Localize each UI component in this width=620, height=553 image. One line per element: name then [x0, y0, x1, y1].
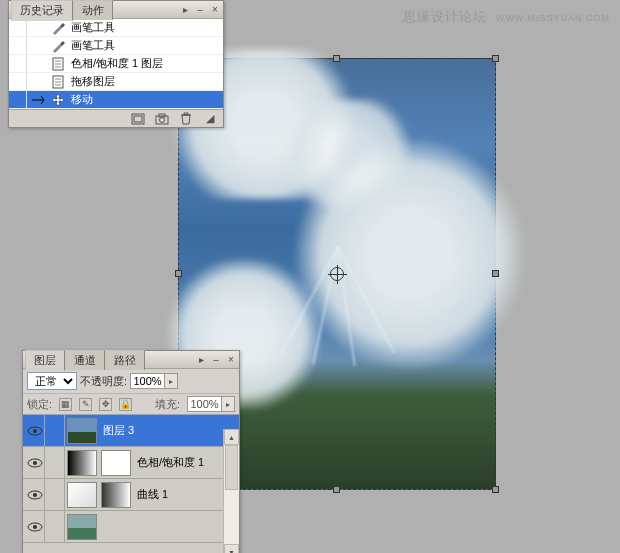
lock-pixels-icon[interactable]: ✎	[79, 398, 92, 411]
panel-close-icon[interactable]: ×	[225, 354, 237, 366]
layer-thumbnail[interactable]	[67, 514, 97, 540]
layers-list: 图层 3 色相/饱和度 1 曲线 1	[23, 415, 239, 553]
opacity-field[interactable]: 100% ▸	[130, 373, 178, 389]
watermark-site: 思缘设计论坛	[403, 9, 487, 24]
layer-mask-thumbnail[interactable]	[101, 450, 131, 476]
history-list: 画笔工具 画笔工具 色相/饱和度 1 图层 拖移图层 移动	[9, 19, 223, 109]
panel-menu-icon[interactable]: ▸	[195, 354, 207, 366]
watermark-url: WWW.MISSYUAN.COM	[496, 13, 610, 23]
svg-point-14	[33, 429, 37, 433]
history-marker-col	[11, 91, 27, 108]
panel-close-icon[interactable]: ×	[209, 4, 221, 16]
history-item-label: 拖移图层	[67, 74, 115, 89]
link-col[interactable]	[45, 415, 65, 446]
history-item-label: 色相/饱和度 1 图层	[67, 56, 163, 71]
link-col[interactable]	[45, 447, 65, 478]
layer-name[interactable]: 曲线 1	[133, 487, 168, 502]
visibility-toggle[interactable]	[25, 479, 45, 510]
chevron-right-icon[interactable]: ▸	[165, 374, 177, 388]
history-panel-titlebar[interactable]: 历史记录 动作 ▸ – ×	[9, 1, 223, 19]
history-item-label: 画笔工具	[67, 38, 115, 53]
history-panel: 历史记录 动作 ▸ – × 画笔工具 画笔工具 色相/饱和度 1 图层	[8, 0, 224, 128]
layer-row[interactable]: 图层 3	[23, 415, 239, 447]
cloud-shape	[279, 99, 419, 209]
visibility-toggle[interactable]	[25, 511, 45, 542]
fill-value[interactable]: 100%	[188, 397, 222, 411]
layer-mask-thumbnail[interactable]	[101, 482, 131, 508]
layer-thumbnail[interactable]	[67, 482, 97, 508]
page-icon	[49, 57, 67, 71]
layer-name[interactable]: 图层 3	[99, 423, 134, 438]
chevron-right-icon[interactable]: ▸	[222, 397, 234, 411]
layer-row[interactable]: 色相/饱和度 1	[23, 447, 239, 479]
lock-position-icon[interactable]: ✥	[99, 398, 112, 411]
panel-resize-icon[interactable]: ◢	[203, 113, 217, 125]
layer-row[interactable]: 曲线 1	[23, 479, 239, 511]
layers-scrollbar[interactable]: ▲ ▼	[223, 429, 239, 553]
link-col[interactable]	[45, 511, 65, 542]
opacity-label: 不透明度:	[80, 374, 127, 389]
fill-field[interactable]: 100% ▸	[187, 396, 235, 412]
tab-history[interactable]: 历史记录	[11, 0, 73, 21]
move-tool-icon	[49, 93, 67, 107]
history-item-move[interactable]: 移动	[9, 91, 223, 109]
history-item-label: 移动	[67, 92, 93, 107]
layer-row[interactable]	[23, 511, 239, 543]
panel-minimize-icon[interactable]: –	[210, 354, 222, 366]
visibility-toggle[interactable]	[25, 415, 45, 446]
scrollbar-thumb[interactable]	[225, 445, 238, 490]
tab-layers[interactable]: 图层	[25, 350, 65, 371]
scrollbar-down-icon[interactable]: ▼	[224, 544, 239, 553]
brush-icon	[49, 39, 67, 53]
trash-icon[interactable]	[179, 113, 193, 125]
layers-panel: 图层 通道 路径 ▸ – × 正常 不透明度: 100% ▸ 锁定: ▦ ✎ ✥…	[22, 350, 240, 553]
svg-point-20	[33, 525, 37, 529]
tab-paths[interactable]: 路径	[105, 350, 145, 370]
layer-thumbnail[interactable]	[67, 450, 97, 476]
layer-options-row: 正常 不透明度: 100% ▸	[23, 369, 239, 394]
scrollbar-up-icon[interactable]: ▲	[224, 429, 239, 445]
opacity-value[interactable]: 100%	[131, 374, 165, 388]
lock-label: 锁定:	[27, 397, 52, 412]
layer-name[interactable]: 色相/饱和度 1	[133, 455, 204, 470]
lock-transparency-icon[interactable]: ▦	[59, 398, 72, 411]
svg-rect-9	[134, 116, 142, 122]
transform-handle[interactable]	[333, 486, 340, 493]
transform-handle[interactable]	[333, 55, 340, 62]
transform-handle[interactable]	[492, 486, 499, 493]
svg-point-18	[33, 493, 37, 497]
history-panel-footer: ◢	[9, 109, 223, 127]
svg-point-11	[160, 117, 165, 122]
layer-thumbnail[interactable]	[67, 418, 97, 444]
tab-channels[interactable]: 通道	[65, 350, 105, 370]
history-marker-col	[11, 19, 27, 36]
link-col[interactable]	[45, 479, 65, 510]
history-item-drag-layer[interactable]: 拖移图层	[9, 73, 223, 91]
new-snapshot-icon[interactable]	[155, 113, 169, 125]
history-item-brush[interactable]: 画笔工具	[9, 19, 223, 37]
tab-actions[interactable]: 动作	[73, 0, 113, 20]
history-current-marker-icon	[27, 94, 49, 106]
new-document-from-state-icon[interactable]	[131, 113, 145, 125]
lock-all-icon[interactable]: 🔒	[119, 398, 132, 411]
blend-mode-select[interactable]: 正常	[27, 372, 77, 390]
transform-center-icon[interactable]	[330, 267, 344, 281]
panel-menu-icon[interactable]: ▸	[179, 4, 191, 16]
history-marker-col	[11, 55, 27, 72]
transform-handle[interactable]	[175, 270, 182, 277]
history-marker-col	[11, 73, 27, 90]
history-item-brush[interactable]: 画笔工具	[9, 37, 223, 55]
brush-icon	[49, 21, 67, 35]
scrollbar-track[interactable]	[224, 445, 239, 544]
history-item-label: 画笔工具	[67, 20, 115, 35]
lock-options-row: 锁定: ▦ ✎ ✥ 🔒 填充: 100% ▸	[23, 394, 239, 415]
watermark: 思缘设计论坛 WWW.MISSYUAN.COM	[403, 8, 610, 26]
panel-minimize-icon[interactable]: –	[194, 4, 206, 16]
svg-point-16	[33, 461, 37, 465]
history-item-adjustment[interactable]: 色相/饱和度 1 图层	[9, 55, 223, 73]
transform-handle[interactable]	[492, 55, 499, 62]
transform-handle[interactable]	[492, 270, 499, 277]
visibility-toggle[interactable]	[25, 447, 45, 478]
history-marker-col	[11, 37, 27, 54]
layers-panel-titlebar[interactable]: 图层 通道 路径 ▸ – ×	[23, 351, 239, 369]
